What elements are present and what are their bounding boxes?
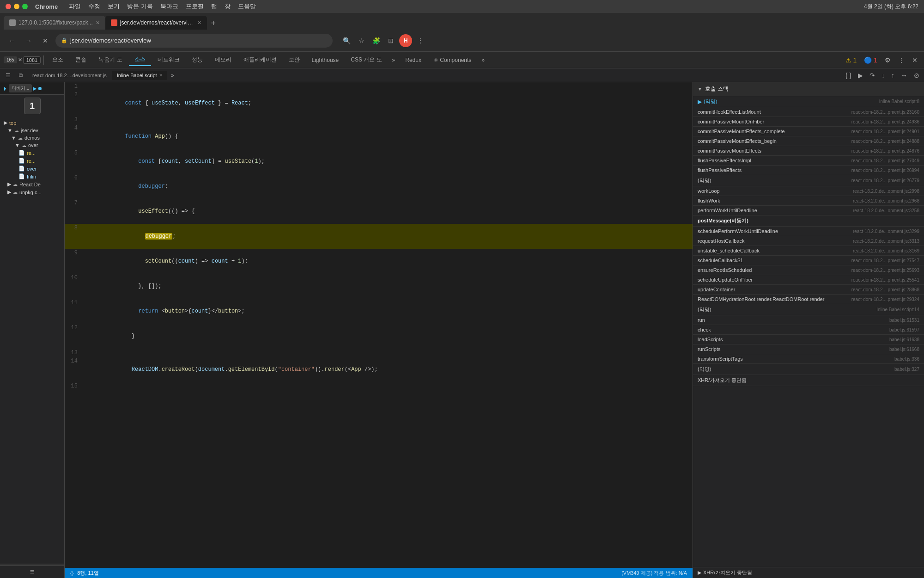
tab-components[interactable]: ⚛ Components (428, 55, 477, 65)
call-item-9[interactable]: workLoop react-18.2.0.de...opment.js:299… (693, 186, 924, 196)
call-item-19[interactable]: updateContainer react-dom-18.2....pment.… (693, 285, 924, 295)
mac-menu-edit[interactable]: 수정 (88, 2, 100, 11)
tab-performance[interactable]: 성능 (186, 54, 208, 66)
call-item-8[interactable]: (익명) react-dom-18.2....pment.js:26779 (693, 175, 924, 186)
debug-play-icon[interactable]: ▶ (33, 86, 36, 92)
call-item-17[interactable]: ensureRootIsScheduled react-dom-18.2....… (693, 265, 924, 275)
tab-close-0[interactable]: ✕ (96, 20, 100, 26)
chrome-tab-0[interactable]: 127.0.0.1:5500/fixtures/pack... ✕ (4, 16, 105, 30)
call-item-1[interactable]: commitHookEffectListMount react-dom-18.2… (693, 107, 924, 117)
call-item-11[interactable]: performWorkUntilDeadline react-18.2.0.de… (693, 206, 924, 215)
call-item-3[interactable]: commitPassiveMountEffects_complete react… (693, 127, 924, 136)
debug-camera-icon[interactable]: ⏺ (37, 86, 43, 91)
tab-css-overview[interactable]: CSS 개요 도 (345, 54, 387, 66)
tab-redux[interactable]: Redux (400, 55, 427, 65)
call-item-12[interactable]: postMessage(비동기) (693, 215, 924, 227)
tab-elements[interactable]: 요소 (47, 54, 69, 66)
pages-icon[interactable]: ⧉ (15, 69, 27, 81)
devtools-165[interactable]: 165 (4, 56, 17, 63)
profile-button[interactable]: H (399, 34, 412, 47)
mac-menu-profile[interactable]: 프로필 (186, 2, 204, 11)
call-item-20[interactable]: ReactDOMHydrationRoot.render.ReactDOMRoo… (693, 295, 924, 304)
call-item-0[interactable]: ▶ (익명) Inline Babel script:8 (693, 96, 924, 107)
call-item-4[interactable]: commitPassiveMountEffects_begin react-do… (693, 136, 924, 146)
tree-item-over2[interactable]: 📄 over (0, 165, 64, 172)
deactivate-icon[interactable]: ⊘ (911, 71, 922, 80)
tab-more[interactable]: » (389, 55, 399, 65)
mac-menu-help[interactable]: 도움말 (238, 2, 256, 11)
step-out-icon[interactable]: ↑ (888, 71, 897, 80)
bottom-expand-icon[interactable]: ▶ (698, 570, 701, 576)
error-icon[interactable]: 🔵 1 (861, 55, 880, 65)
bookmark-icon[interactable]: ☆ (355, 34, 368, 47)
mac-menu-bookmarks[interactable]: 북마크 (160, 2, 178, 11)
mac-minimize-dot[interactable] (14, 4, 19, 9)
call-item-5[interactable]: commitPassiveMountEffects react-dom-18.2… (693, 146, 924, 156)
tab-security[interactable]: 보안 (283, 54, 305, 66)
call-item-24[interactable]: loadScripts babel.js:61638 (693, 335, 924, 344)
mac-menu-view[interactable]: 보기 (108, 2, 120, 11)
format-icon[interactable]: { } (843, 71, 854, 80)
tab-console[interactable]: 콘솔 (70, 54, 92, 66)
tab-overflow[interactable]: » (478, 55, 488, 65)
tree-item-unpkg[interactable]: ▶ ☁ unpkg.c... (0, 188, 64, 196)
call-item-13[interactable]: schedulePerformWorkUntilDeadline react-1… (693, 227, 924, 236)
subtab-more[interactable]: » (168, 70, 177, 80)
tree-item-re2[interactable]: 📄 re... (0, 157, 64, 165)
devtools-close-165[interactable]: ✕ (18, 57, 22, 63)
tree-item-top[interactable]: ▶ top (0, 119, 64, 127)
call-item-2[interactable]: commitPassiveMountOnFiber react-dom-18.2… (693, 117, 924, 127)
subtab-inline-babel[interactable]: Inline Babel script ✕ (112, 71, 167, 80)
step-over-icon[interactable]: ↷ (867, 71, 878, 80)
tab-lighthouse[interactable]: Lighthouse (306, 55, 345, 65)
tree-item-re1[interactable]: 📄 re... (0, 149, 64, 157)
tab-recorder[interactable]: 녹음기 도 (93, 54, 128, 66)
sidebar-toggle-icon[interactable]: ☰ (2, 69, 14, 81)
mac-menu-window[interactable]: 창 (225, 2, 231, 11)
bottom-arrow-section[interactable]: ▶ XHR/가져오기 중단됨 (693, 567, 924, 578)
call-item-27[interactable]: (익명) babel.js:327 (693, 364, 924, 375)
tree-item-jser[interactable]: ▼ ☁ jser.dev (0, 127, 64, 134)
extensions-icon[interactable]: 🧩 (370, 34, 383, 47)
call-item-21[interactable]: (익명) Inline Babel script:14 (693, 304, 924, 315)
nav-forward-button[interactable]: → (22, 34, 35, 47)
tab-memory[interactable]: 메모리 (209, 54, 237, 66)
tab-sources[interactable]: 소스 (129, 54, 151, 66)
call-item-7[interactable]: flushPassiveEffects react-dom-18.2....pm… (693, 166, 924, 175)
tab-close-1[interactable]: ✕ (197, 20, 201, 26)
call-item-28[interactable]: XHR/가져오기 중단됨 (693, 375, 924, 386)
address-bar[interactable]: 🔒 jser.dev/demos/react/overview (55, 34, 333, 48)
mac-fullscreen-dot[interactable] (22, 4, 28, 9)
tree-item-reactde[interactable]: ▶ ☁ React De (0, 180, 64, 188)
nav-back-button[interactable]: ← (6, 34, 18, 47)
code-editor[interactable]: 1 2 const { useState, useEffect } = Reac… (65, 82, 693, 568)
tree-item-inlin[interactable]: 📄 Inlin (0, 172, 64, 180)
call-item-22[interactable]: run babel.js:61531 (693, 315, 924, 325)
tree-item-demos[interactable]: ▼ ☁ demos (0, 134, 64, 141)
close-devtools-icon[interactable]: ✕ (909, 55, 920, 65)
call-item-14[interactable]: requestHostCallback react-18.2.0.de...op… (693, 236, 924, 246)
call-item-25[interactable]: runScripts babel.js:61668 (693, 344, 924, 354)
devtools-1081[interactable]: 1081 (23, 56, 41, 64)
mac-menu-file[interactable]: 파일 (69, 2, 81, 11)
more-vert-icon[interactable]: ⋮ (895, 55, 907, 65)
call-stack-header[interactable]: ▼ 호출 스택 (693, 82, 924, 96)
bottom-menu-icon[interactable]: ≡ (30, 568, 34, 576)
step-into-icon[interactable]: ↓ (879, 71, 888, 80)
subtab-react-dom[interactable]: react-dom-18.2....development.js (28, 71, 111, 80)
step-icon[interactable]: ↔ (898, 71, 910, 80)
new-tab-button[interactable]: + (207, 17, 220, 30)
tab-network[interactable]: 네트워크 (152, 54, 185, 66)
debug-pause-resume-icon[interactable]: ⏵ (3, 86, 8, 91)
settings-icon[interactable]: ⚙ (882, 55, 894, 65)
call-item-15[interactable]: unstable_scheduleCallback react-18.2.0.d… (693, 246, 924, 256)
call-item-6[interactable]: flushPassiveEffectsImpl react-dom-18.2..… (693, 156, 924, 166)
more-icon[interactable]: ⋮ (414, 34, 427, 47)
call-item-16[interactable]: scheduleCallback$1 react-dom-18.2....pme… (693, 256, 924, 265)
tab-application[interactable]: 애플리케이션 (238, 54, 282, 66)
nav-reload-button[interactable]: ✕ (39, 34, 52, 47)
split-icon[interactable]: ⊡ (384, 34, 397, 47)
call-stack-body[interactable]: ▶ (익명) Inline Babel script:8 commitHookE… (693, 96, 924, 567)
call-item-23[interactable]: check babel.js:61597 (693, 325, 924, 335)
call-item-26[interactable]: transformScriptTags babel.js:336 (693, 354, 924, 364)
